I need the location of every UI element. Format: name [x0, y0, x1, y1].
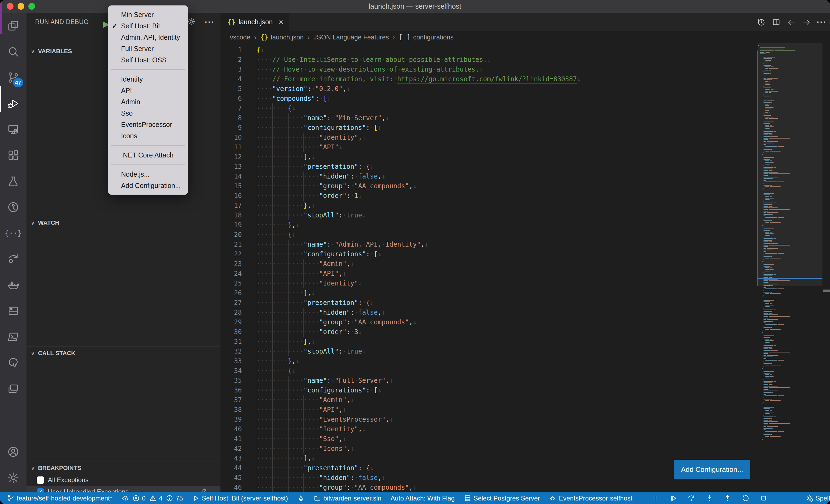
breakpoint-all-exceptions[interactable]: All Exceptions [27, 474, 220, 486]
status-flame[interactable] [297, 495, 305, 502]
code-line[interactable]: 36············"configurations":·[↓ [220, 385, 758, 395]
breadcrumb-item[interactable]: [ ]configurations [399, 33, 454, 41]
code-line[interactable]: 24················"API",↓ [220, 269, 758, 278]
add-configuration-button[interactable]: Add Configuration... [674, 460, 750, 479]
code-line[interactable]: 38················"API",↓ [220, 405, 758, 414]
menu-item-net-core-attach[interactable]: .NET Core Attach [108, 149, 188, 161]
gitlens-icon[interactable] [0, 194, 27, 220]
menu-item-identity[interactable]: Identity [108, 73, 188, 85]
step-over-icon[interactable] [687, 494, 695, 502]
code-line[interactable]: 12············],↓ [220, 152, 758, 162]
menu-item-admin[interactable]: Admin [108, 96, 188, 107]
status-warning[interactable]: 4 [149, 495, 162, 502]
code-line[interactable]: 37················"Admin",↓ [220, 395, 758, 405]
code-line[interactable]: 34········{↓ [220, 366, 758, 376]
code-line[interactable]: 32············"stopAll":·true↓ [220, 346, 758, 356]
stop-icon[interactable] [760, 494, 768, 502]
accounts-icon[interactable] [0, 439, 27, 465]
status-server[interactable]: Select Postgres Server [464, 495, 540, 502]
go-back-icon[interactable] [787, 18, 796, 27]
code-line[interactable]: 16················"order":·1↓ [220, 191, 758, 201]
code-line[interactable]: 13············"presentation":·{↓ [220, 162, 758, 171]
code-line[interactable]: 5····"version":·"0.2.0",↓ [220, 84, 758, 94]
code-line[interactable]: 7········{↓ [220, 103, 758, 113]
breadcrumb-item[interactable]: .vscode [228, 33, 251, 41]
more-actions-icon[interactable]: ··· [817, 18, 826, 27]
code-line[interactable]: 20········{↓ [220, 230, 758, 240]
code-line[interactable]: 41················"Sso",↓ [220, 434, 758, 444]
status-bug[interactable]: EventsProcessor-selfhost [549, 495, 632, 502]
zoom-window-icon[interactable] [28, 3, 35, 10]
minimap[interactable] [758, 43, 823, 493]
code-editor[interactable]: 1{↓2····//·Use·IntelliSense·to·learn·abo… [220, 43, 758, 493]
menu-item-self-host-bit[interactable]: ✓Self Host: Bit [108, 20, 188, 32]
postgresql-icon[interactable] [0, 350, 27, 376]
breadcrumb-item[interactable]: JSON Language Features [313, 33, 389, 41]
code-line[interactable]: 10················"Identity",↓ [220, 133, 758, 142]
extensions-icon[interactable] [0, 142, 27, 168]
code-line[interactable]: 18············"stopAll":·true↓ [220, 210, 758, 220]
menu-item-icons[interactable]: Icons [108, 130, 188, 141]
step-into-icon[interactable] [705, 494, 713, 502]
code-line[interactable]: 27············"presentation":·{↓ [220, 298, 758, 308]
code-line[interactable]: 40················"Identity",↓ [220, 424, 758, 434]
status-spell-checker[interactable]: Spell [806, 495, 830, 502]
code-line[interactable]: 2····//·Use·IntelliSense·to·learn·about·… [220, 55, 758, 65]
explorer-icon[interactable] [0, 13, 27, 39]
code-line[interactable]: 4····//·For·more·information,·visit:·htt… [220, 74, 758, 84]
code-line[interactable]: 26············],↓ [220, 288, 758, 298]
continue-icon[interactable] [669, 494, 677, 502]
code-line[interactable]: 28················"hidden":·false,↓ [220, 308, 758, 317]
close-tab-icon[interactable]: × [279, 18, 283, 27]
call-stack-section-header[interactable]: ∨ CALL STACK [27, 347, 220, 359]
code-line[interactable]: 25················"Identity"↓ [220, 278, 758, 288]
status-error[interactable]: 0 [132, 495, 146, 502]
debug-settings-gear-icon[interactable] [187, 17, 196, 27]
step-out-icon[interactable] [724, 494, 731, 502]
code-line[interactable]: 29················"group":·"AA_compounds… [220, 317, 758, 327]
menu-item-node-js[interactable]: Node.js... [108, 169, 188, 180]
settings-gear-icon[interactable] [0, 465, 27, 491]
tab-launch-json[interactable]: {} launch.json × [220, 13, 289, 31]
code-line[interactable]: 3····//·Hover·to·view·descriptions·of·ex… [220, 65, 758, 74]
code-line[interactable]: 39················"EventsProcessor",↓ [220, 414, 758, 424]
status-folder[interactable]: bitwarden-server.sln [314, 495, 382, 502]
code-line[interactable]: 21············"name":·"Admin,·API,·Ident… [220, 240, 758, 249]
history-icon[interactable] [757, 18, 766, 27]
go-forward-icon[interactable] [802, 18, 811, 27]
remote-explorer-icon[interactable] [0, 116, 27, 142]
terminal-icon[interactable] [0, 324, 27, 350]
status-debug-start[interactable]: Self Host: Bit (server-selfhost) [192, 495, 288, 502]
breadcrumb[interactable]: .vscode›{}launch.json›JSON Language Feat… [220, 31, 830, 43]
source-control-icon[interactable]: 47 [0, 65, 27, 91]
code-line[interactable]: 35············"name":·"Full·Server",↓ [220, 376, 758, 385]
split-editor-icon[interactable] [772, 18, 781, 27]
code-line[interactable]: 33········},↓ [220, 356, 758, 366]
menu-item-api[interactable]: API [108, 85, 188, 96]
vertical-scrollbar[interactable] [823, 43, 830, 493]
restart-icon[interactable] [742, 494, 749, 502]
docker-icon[interactable] [0, 272, 27, 298]
code-line[interactable]: 15················"group":·"AA_compounds… [220, 181, 758, 191]
code-line[interactable]: 9············"configurations":·[↓ [220, 123, 758, 133]
status-git-branch[interactable]: feature/self-hosted-development* [7, 495, 113, 502]
code-line[interactable]: 11················"API"↓ [220, 142, 758, 152]
status-info[interactable]: 75 [166, 495, 183, 502]
code-line[interactable]: 31············},↓ [220, 337, 758, 346]
live-share-icon[interactable] [0, 246, 27, 272]
window-panels-icon[interactable] [0, 376, 27, 402]
status-cloud-upload[interactable] [122, 495, 129, 502]
testing-icon[interactable] [0, 168, 27, 194]
menu-item-sso[interactable]: Sso [108, 107, 188, 119]
code-line[interactable]: 23················"Admin",↓ [220, 259, 758, 269]
pause-icon[interactable] [651, 494, 659, 502]
rest-client-icon[interactable]: {··} [0, 220, 27, 246]
minimize-window-icon[interactable] [18, 3, 24, 10]
breadcrumb-item[interactable]: {}launch.json [260, 33, 304, 41]
checkbox-unchecked[interactable] [37, 476, 44, 484]
run-and-debug-icon[interactable] [0, 91, 27, 116]
menu-item-full-server[interactable]: Full Server [108, 43, 188, 54]
code-line[interactable]: 42················"Icons",↓ [220, 444, 758, 453]
views-more-actions-icon[interactable]: ··· [205, 18, 215, 27]
code-line[interactable]: 1{↓ [220, 45, 758, 55]
